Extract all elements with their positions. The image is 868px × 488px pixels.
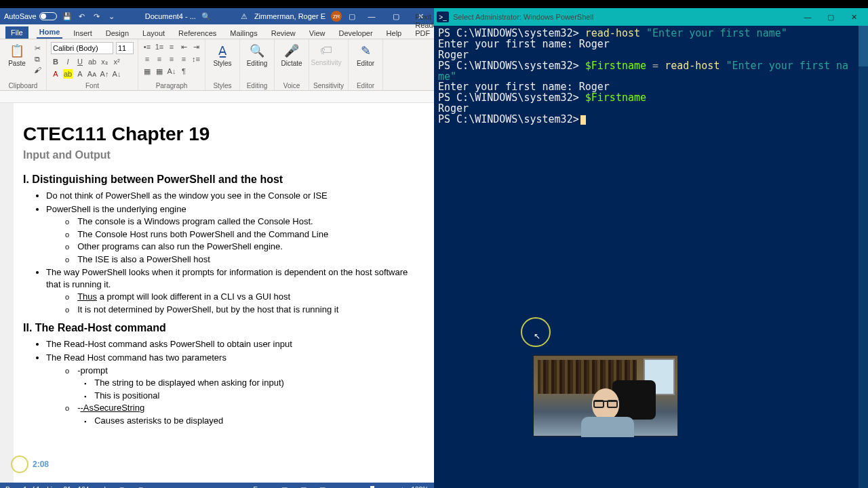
tab-mailings[interactable]: Mailings (227, 28, 260, 39)
tab-review[interactable]: Review (269, 28, 298, 39)
increase-indent-button[interactable]: ⇥ (191, 42, 201, 52)
align-left-button[interactable]: ≡ (142, 54, 152, 64)
superscript-button[interactable]: x² (112, 57, 121, 66)
powershell-title-bar[interactable]: >_ Select Administrator: Windows PowerSh… (434, 8, 868, 26)
status-page[interactable]: Page 1 of 1 (5, 486, 40, 489)
tab-home[interactable]: Home (37, 26, 63, 39)
strike-button[interactable]: ab (87, 57, 97, 66)
editing-button[interactable]: 🔍Editing (244, 41, 270, 67)
borders-button[interactable]: ▦ (155, 66, 164, 76)
status-words[interactable]: 164 words (78, 486, 109, 489)
decrease-indent-button[interactable]: ⇤ (179, 42, 189, 52)
paste-button[interactable]: 📋 Paste (4, 41, 30, 67)
editor-button[interactable]: ✎Editor (353, 41, 378, 67)
text-effects-button[interactable]: A (75, 69, 85, 79)
cut-icon[interactable]: ✂ (33, 43, 42, 53)
align-center-button[interactable]: ≡ (155, 54, 164, 64)
toggle-switch-icon[interactable] (39, 12, 57, 20)
ps-prompt: PS C:\WINDOWS\system32> (438, 113, 579, 125)
minimize-button[interactable]: — (796, 13, 819, 21)
justify-button[interactable]: ≡ (179, 54, 189, 64)
zoom-out-button[interactable]: − (336, 486, 340, 489)
group-label: Font (51, 82, 134, 90)
sensitivity-button[interactable]: 🏷Sensitivity (313, 41, 339, 66)
styles-button[interactable]: A̲Styles (210, 41, 235, 67)
shrink-font-button[interactable]: A↓ (112, 69, 121, 79)
list-item: Thus a prompt will look different in a C… (65, 291, 414, 303)
ribbon-display-icon[interactable]: ▢ (347, 12, 357, 21)
format-painter-icon[interactable]: 🖌 (33, 65, 42, 75)
group-font: B I U ab x₂ x² A ab A Aᴀ A↑ A↓ Font (47, 39, 138, 90)
show-marks-button[interactable]: ¶ (179, 66, 189, 76)
clear-format-button[interactable]: Aᴀ (87, 69, 97, 79)
zoom-in-button[interactable]: + (401, 486, 405, 489)
tab-view[interactable]: View (307, 28, 328, 39)
print-layout-icon[interactable]: ▦ (298, 486, 310, 489)
underlined-text: -AsSecureString (80, 403, 144, 413)
autosave-toggle[interactable]: AutoSave (4, 12, 57, 20)
align-right-button[interactable]: ≡ (167, 54, 176, 64)
italic-button[interactable]: I (63, 57, 73, 66)
list-item: Causes asterisks to be displayed (84, 415, 414, 427)
group-label: Clipboard (4, 82, 42, 90)
bold-button[interactable]: B (51, 57, 60, 66)
maximize-button[interactable]: ▢ (387, 12, 406, 21)
font-color-button[interactable]: A (51, 69, 60, 79)
tab-help[interactable]: Help (384, 28, 405, 39)
status-line[interactable]: Line: 21 (47, 486, 71, 489)
read-mode-icon[interactable]: ▤ (279, 486, 291, 489)
list-item: Other programs can also run the PowerShe… (65, 241, 414, 253)
spellcheck-icon[interactable]: ▢ (116, 486, 128, 489)
subscript-button[interactable]: x₂ (100, 57, 109, 66)
web-layout-icon[interactable]: ▥ (317, 486, 329, 489)
group-label: Sensitivity (313, 82, 344, 90)
tab-file[interactable]: File (5, 26, 28, 39)
styles-icon: A̲ (218, 43, 226, 58)
group-label: Styles (210, 82, 235, 90)
numbering-button[interactable]: 1≡ (155, 42, 164, 52)
multilevel-button[interactable]: ≡ (167, 42, 176, 52)
focus-mode-button[interactable]: Focus (254, 486, 272, 489)
redo-icon[interactable]: ↷ (92, 12, 102, 21)
mic-icon: 🎤 (284, 43, 299, 58)
line-spacing-button[interactable]: ↕≡ (191, 54, 201, 64)
list-item: This is positional (84, 390, 414, 402)
touch-mode-icon[interactable]: ⌄ (107, 12, 117, 21)
close-button[interactable]: ✕ (842, 13, 865, 22)
font-family-select[interactable] (51, 42, 113, 54)
word-title-bar[interactable]: AutoSave 💾 ↶ ↷ ⌄ Document4 - ... 🔍 ⚠ Zim… (0, 8, 434, 24)
shading-button[interactable]: ▦ (142, 66, 152, 76)
undo-icon[interactable]: ↶ (77, 12, 87, 21)
sort-button[interactable]: A↓ (167, 66, 176, 76)
tab-design[interactable]: Design (103, 28, 132, 39)
search-icon[interactable]: 🔍 (201, 12, 211, 21)
ps-string: "Enter your first na (726, 60, 848, 72)
tab-layout[interactable]: Layout (140, 28, 167, 39)
bullets-button[interactable]: •≡ (142, 42, 152, 52)
copy-icon[interactable]: ⧉ (33, 54, 42, 64)
list-text: The Read Host command has two parameters (46, 352, 226, 363)
grow-font-button[interactable]: A↑ (100, 69, 109, 79)
tab-references[interactable]: References (176, 28, 219, 39)
minimize-button[interactable]: — (362, 12, 381, 20)
find-icon: 🔍 (250, 43, 264, 58)
cursor-icon (580, 115, 586, 125)
ruler[interactable] (0, 91, 434, 103)
ps-variable: $Firstname (585, 60, 652, 72)
document-area[interactable]: CTEC111 Chapter 19 Input and Output I. D… (0, 103, 434, 483)
scrollbar[interactable] (859, 26, 868, 488)
save-icon[interactable]: 💾 (62, 12, 72, 21)
scrollbar-thumb[interactable] (859, 26, 868, 66)
dictate-button[interactable]: 🎤Dictate (279, 41, 304, 67)
user-avatar[interactable]: ZR (331, 11, 342, 22)
maximize-button[interactable]: ▢ (819, 13, 842, 22)
accessibility-icon[interactable]: ▢ (135, 486, 147, 489)
page[interactable]: CTEC111 Chapter 19 Input and Output I. D… (14, 103, 434, 483)
highlight-button[interactable]: ab (63, 69, 73, 79)
zoom-level[interactable]: 130% (411, 486, 429, 489)
font-size-select[interactable] (116, 42, 134, 54)
underline-button[interactable]: U (75, 57, 85, 66)
editor-label: Editor (357, 60, 374, 67)
tab-developer[interactable]: Developer (336, 28, 375, 39)
tab-insert[interactable]: Insert (71, 28, 95, 39)
